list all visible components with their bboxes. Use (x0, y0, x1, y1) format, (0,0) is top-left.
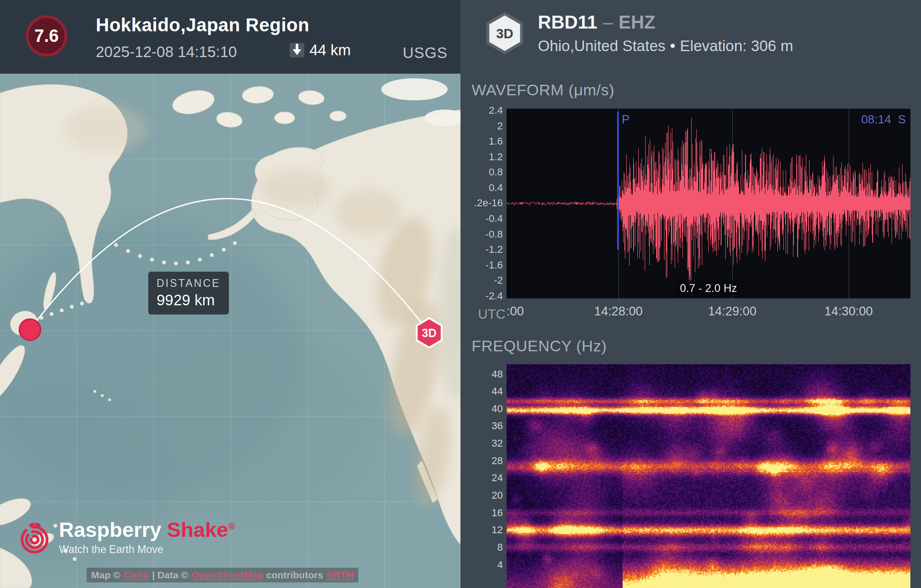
event-header: 7.6 Hokkaido,Japan Region 2025-12-08 14:… (0, 0, 460, 74)
frequency-y-tick: 48 (460, 368, 503, 380)
attribution-link-srtm[interactable]: SRTM (326, 570, 354, 581)
station-channel: EHZ (618, 12, 655, 32)
attribution-link-openstreetmap[interactable]: OpenStreetMap (192, 570, 263, 581)
utc-label: UTC (478, 307, 506, 322)
depth-arrow-icon (289, 42, 305, 58)
station-header: 3D RBD11–EHZ Ohio,United States•Elevatio… (484, 11, 793, 55)
waveform-y-tick: 0.4 (460, 182, 503, 194)
raspberry-shake-logo: RaspberryShake® Watch the Earth Move (18, 519, 235, 556)
frequency-y-tick: 4 (460, 559, 503, 571)
station-separator: – (603, 12, 613, 32)
epicenter-marker[interactable] (19, 319, 41, 340)
registered-mark: ® (228, 521, 235, 531)
event-source: USGS (402, 44, 448, 62)
event-depth: 44 km (289, 41, 351, 59)
raspberry-shake-logo-icon (18, 522, 51, 554)
logo-wordmark: RaspberryShake® (59, 519, 235, 540)
frequency-y-tick: 16 (460, 507, 503, 519)
magnitude-value: 7.6 (35, 26, 59, 46)
frequency-section-title: FREQUENCY (Hz) (472, 337, 607, 355)
attribution-data-prefix: | Data © (152, 570, 188, 581)
frequency-y-tick: 28 (460, 455, 503, 467)
s-wave-label: 08:14 S (861, 112, 906, 127)
waveform-x-tick: 14:30:00 (824, 304, 873, 319)
waveform-y-tick: 1.6 (460, 135, 503, 147)
waveform-y-tick: 0.8 (460, 166, 503, 178)
frequency-y-tick: 24 (460, 472, 503, 484)
waveform-y-tick: -0.8 (460, 228, 503, 240)
world-map-svg: 3D (0, 74, 460, 588)
station-badge-icon: 3D (484, 11, 525, 55)
waveform-y-tick: 1.2 (460, 151, 503, 163)
p-wave-marker (617, 111, 619, 250)
distance-tooltip: DISTANCE 9929 km (148, 272, 229, 314)
frequency-y-tick: 44 (460, 385, 503, 397)
waveform-y-tick: .2e-16 (460, 197, 503, 209)
waveform-y-tick: -1.6 (460, 259, 503, 271)
station-map-marker[interactable]: 3D (417, 318, 442, 348)
frequency-y-tick: 32 (460, 437, 503, 449)
world-map[interactable]: 3D DISTANCE 9929 km (0, 74, 460, 588)
station-code: RBD11 (538, 12, 597, 32)
frequency-y-tick: 20 (460, 489, 503, 501)
waveform-chart[interactable]: P 08:14 S 0.7 - 2.0 Hz (507, 109, 910, 298)
attribution-contributors: contributors (266, 570, 323, 581)
logo-word-raspberry: Raspberry (59, 518, 162, 541)
station-elevation: Elevation: 306 m (680, 37, 793, 54)
waveform-y-tick: -2 (460, 274, 503, 286)
attribution-map-prefix: Map © (91, 570, 120, 581)
station-map-marker-label: 3D (422, 326, 437, 339)
waveform-y-tick: -1.2 (460, 244, 503, 256)
waveform-x-tick: 14:28:00 (594, 304, 642, 319)
event-datetime: 2025-12-08 14:15:10 (96, 43, 237, 61)
attribution-link-carto[interactable]: Carto (123, 570, 149, 581)
waveform-y-tick: 2.4 (460, 105, 503, 116)
frequency-y-tick: 8 (460, 541, 503, 553)
event-panel: 7.6 Hokkaido,Japan Region 2025-12-08 14:… (0, 0, 460, 588)
station-location: Ohio,United States (538, 37, 665, 54)
waveform-section-title: WAVEFORM (μm/s) (472, 81, 614, 99)
station-panel: 3D RBD11–EHZ Ohio,United States•Elevatio… (460, 0, 921, 588)
magnitude-badge: 7.6 (26, 15, 67, 57)
frequency-y-tick: 36 (460, 420, 503, 432)
distance-value: 9929 km (157, 291, 221, 309)
spectrogram-canvas[interactable] (507, 364, 910, 588)
frequency-y-tick: 12 (460, 524, 503, 536)
p-wave-label: P (622, 112, 630, 127)
map-attribution: Map © Carto | Data © OpenStreetMap contr… (87, 568, 358, 582)
waveform-y-tick: 2 (460, 120, 503, 132)
event-title: Hokkaido,Japan Region (96, 15, 309, 35)
logo-word-shake: Shake (167, 518, 228, 541)
distance-label: DISTANCE (157, 277, 221, 290)
frequency-y-tick: 40 (460, 403, 503, 415)
station-badge-label: 3D (496, 26, 513, 41)
raspberry-shake-event-view: 7.6 Hokkaido,Japan Region 2025-12-08 14:… (0, 0, 921, 588)
bullet-separator: • (670, 37, 676, 54)
waveform-x-tick: :00 (507, 304, 524, 319)
waveform-y-tick: -0.4 (460, 213, 503, 225)
spectrogram-chart[interactable] (507, 364, 910, 588)
waveform-canvas[interactable] (507, 109, 910, 298)
depth-value: 44 km (309, 41, 351, 59)
waveform-x-tick: 14:29:00 (708, 304, 757, 319)
waveform-y-tick: -2.4 (460, 290, 503, 302)
bandpass-filter-label: 0.7 - 2.0 Hz (673, 280, 743, 297)
logo-tagline: Watch the Earth Move (59, 543, 235, 556)
